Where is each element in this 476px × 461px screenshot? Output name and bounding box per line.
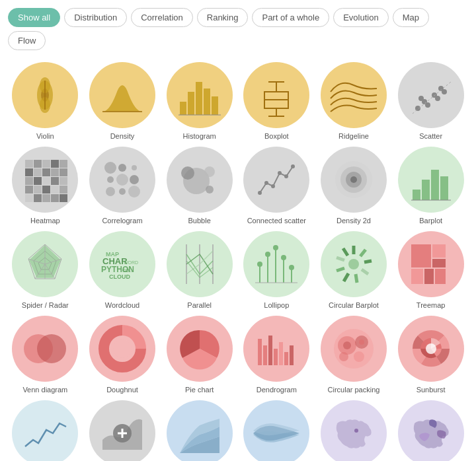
chart-doughnut[interactable]: Doughnut [85, 316, 160, 394]
svg-rect-123 [424, 269, 434, 284]
chart-dendrogram[interactable]: Dendrogram [239, 316, 314, 394]
chart-area[interactable]: Area [85, 400, 160, 461]
svg-rect-7 [188, 92, 194, 115]
chart-venn-diagram[interactable]: Venn diagram [8, 316, 83, 394]
svg-point-107 [289, 265, 294, 270]
filter-evolution[interactable]: Evolution [333, 8, 388, 27]
svg-line-115 [337, 268, 344, 271]
svg-line-114 [344, 273, 348, 281]
histogram-label: Histogram [183, 132, 216, 140]
filter-show-all[interactable]: Show all [8, 8, 60, 27]
chart-line-plot[interactable]: Line plot [8, 400, 83, 461]
chart-streamchart[interactable]: Streamchart [239, 400, 314, 461]
svg-point-104 [265, 252, 270, 257]
chart-correlogram[interactable]: Correlogram [85, 147, 160, 225]
density-label: Density [110, 132, 135, 140]
svg-rect-30 [51, 160, 59, 168]
chart-histogram[interactable]: Histogram [162, 62, 237, 140]
chart-spider-radar[interactable]: Spider / Radar [8, 231, 83, 309]
svg-rect-122 [411, 269, 423, 284]
chart-treemap[interactable]: Treemap [393, 231, 468, 309]
chart-wordcloud[interactable]: MAP CHAR PYTHON WORD CO... CLOUD Wordclo… [85, 231, 160, 309]
svg-point-24 [435, 96, 440, 101]
svg-rect-120 [432, 244, 446, 258]
dendrogram-label: Dendrogram [257, 386, 297, 394]
bubble-icon [167, 147, 233, 213]
chart-lollipop[interactable]: Lollipop [239, 231, 314, 309]
chart-circular-barplot[interactable]: Circular Barplot [317, 231, 391, 309]
chart-density[interactable]: Density [85, 62, 160, 140]
svg-rect-135 [284, 352, 288, 365]
circular-packing-icon [321, 316, 387, 382]
svg-point-55 [107, 176, 114, 183]
chart-bubble[interactable]: Bubble [162, 147, 237, 225]
chart-scatter[interactable]: Scatter [393, 62, 468, 140]
svg-point-60 [128, 186, 140, 197]
filter-distribution[interactable]: Distribution [64, 8, 127, 27]
svg-rect-44 [42, 186, 50, 194]
chart-violin[interactable]: Violin [8, 62, 83, 140]
chart-circular-packing[interactable]: Circular packing [317, 316, 391, 394]
line-plot-icon [12, 400, 78, 461]
svg-rect-132 [268, 336, 272, 365]
svg-rect-45 [51, 186, 59, 194]
violin-label: Violin [36, 132, 54, 140]
svg-line-112 [362, 269, 368, 274]
chart-connected-scatter[interactable]: Connected scatter [239, 147, 314, 225]
chart-sunburst[interactable]: Sunburst [393, 316, 468, 394]
chart-barplot[interactable]: Barplot [393, 147, 468, 225]
svg-rect-29 [42, 160, 50, 168]
heatmap-label: Heatmap [30, 217, 60, 225]
filter-ranking[interactable]: Ranking [197, 8, 249, 27]
svg-rect-37 [25, 177, 33, 185]
svg-rect-38 [34, 177, 42, 185]
svg-rect-124 [435, 269, 446, 284]
svg-point-126 [37, 334, 66, 363]
barplot-icon [398, 147, 464, 213]
svg-point-144 [426, 343, 436, 354]
chart-density2d[interactable]: Density 2d [317, 147, 391, 225]
density2d-icon [321, 147, 387, 213]
svg-point-53 [118, 164, 126, 172]
chart-heatmap[interactable]: Heatmap [8, 147, 83, 225]
svg-rect-131 [263, 345, 267, 365]
correlogram-label: Correlogram [102, 217, 142, 225]
svg-rect-9 [204, 89, 210, 115]
treemap-icon [398, 231, 464, 297]
venn-diagram-label: Venn diagram [22, 386, 67, 394]
chart-boxplot[interactable]: Boxplot [239, 62, 314, 140]
filter-part-of-whole[interactable]: Part of a whole [252, 8, 329, 27]
svg-rect-48 [34, 194, 42, 202]
filter-map[interactable]: Map [393, 8, 429, 27]
heatmap-icon [12, 147, 78, 213]
svg-rect-36 [60, 168, 67, 176]
svg-point-58 [106, 187, 115, 196]
svg-rect-133 [274, 349, 278, 365]
svg-rect-130 [258, 339, 262, 365]
bubble-label: Bubble [188, 217, 211, 225]
boxplot-icon [243, 62, 309, 128]
svg-rect-46 [60, 186, 67, 194]
svg-point-20 [425, 102, 430, 108]
chart-ridgeline[interactable]: Ridgeline [317, 62, 391, 140]
svg-rect-39 [42, 177, 50, 185]
stacked-area-icon [167, 400, 233, 461]
svg-rect-134 [279, 342, 283, 365]
histogram-icon [167, 62, 233, 128]
scatter-label: Scatter [419, 132, 442, 140]
ridgeline-icon [321, 62, 387, 128]
svg-point-62 [181, 166, 194, 180]
svg-point-23 [442, 89, 447, 94]
svg-text:CLOUD: CLOUD [109, 273, 130, 280]
chart-stacked-area[interactable]: Stacked area [162, 400, 237, 461]
chart-map[interactable]: Map [317, 400, 391, 461]
filter-correlation[interactable]: Correlation [131, 8, 193, 27]
svg-point-65 [258, 191, 262, 195]
chart-parallel[interactable]: Parallel [162, 231, 237, 309]
svg-rect-34 [42, 168, 50, 176]
chart-choropleth[interactable]: Choropleth [393, 400, 468, 461]
treemap-label: Treemap [416, 301, 446, 309]
filter-flow[interactable]: Flow [8, 31, 46, 50]
svg-point-59 [119, 188, 126, 195]
chart-pie-chart[interactable]: Pie chart [162, 316, 237, 394]
